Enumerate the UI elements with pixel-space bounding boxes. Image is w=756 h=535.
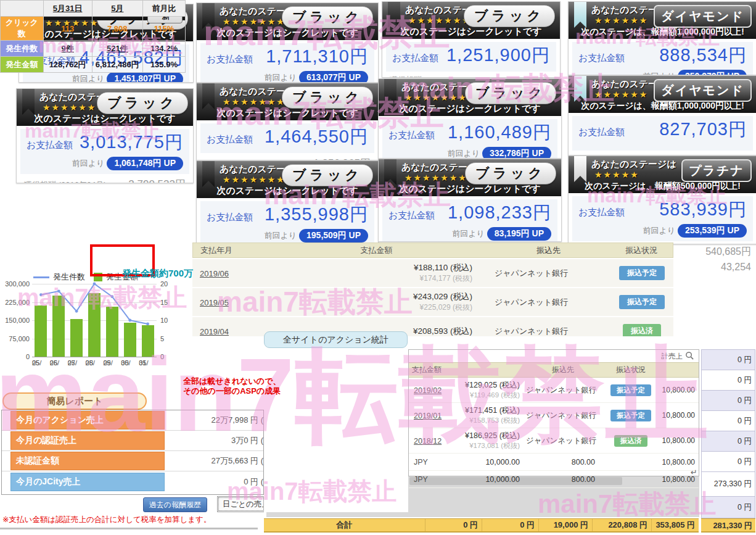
- up-badge: 1,061,748円 UP: [107, 157, 183, 170]
- amount-day: 128,762円: [43, 57, 92, 73]
- pay-label: お支払金額: [578, 207, 625, 222]
- ribbon-icon: [22, 89, 35, 115]
- column-day-link[interactable]: 5月31日: [53, 4, 83, 13]
- stage-card-4: あなたのステージは ★★★★★★ ダイヤモンド 次のステージは、報酬額1,000…: [568, 1, 756, 75]
- status-badge: 振込済: [614, 435, 648, 447]
- pay-amount: 1,711,310円: [266, 44, 368, 69]
- pay-amount: 1,251,900円: [446, 43, 550, 68]
- toolbar-label: 計売上: [662, 352, 683, 361]
- panel-edge: [266, 512, 408, 517]
- status-badge: 振込予定: [610, 384, 651, 396]
- legend-line-label: 発生件数: [53, 272, 85, 283]
- ribbon-icon: [574, 76, 586, 102]
- amount-cell: 0 円: [701, 452, 755, 472]
- totals-value: 0 円: [482, 519, 539, 531]
- bank-name: ジャパンネット銀行: [487, 297, 610, 308]
- prev-label: 前回より: [452, 229, 485, 238]
- totals-grand-value: 281,330 円: [701, 518, 755, 533]
- totals-value: 0 円: [425, 519, 482, 531]
- month-link[interactable]: 2019/01: [414, 412, 442, 420]
- clicks-month: 7,808: [92, 17, 142, 41]
- amount-cell: 0 円: [701, 411, 755, 431]
- pay-label: お支払金額: [207, 212, 253, 227]
- prev-label: 前回より: [643, 226, 675, 235]
- earned-label: 獲得報酬 (2016年04月): [24, 180, 107, 183]
- up-badge: 1,451,807円 UP: [107, 72, 183, 83]
- row-total: 10,800.00: [655, 386, 699, 394]
- report-row: 今月の認証売上 3万0 円 (: [2, 431, 263, 451]
- report-row: 今月のアクション売上 22万7,998 円 (: [2, 410, 263, 431]
- pay-label: お支払金額: [388, 210, 435, 225]
- prev-label: 前回より: [447, 149, 480, 158]
- stage-card-6: あなたのステージは ★★★★★★★ ブラック 次のステージはシークレットです お…: [196, 83, 379, 160]
- row-label: 今月のJCity売上: [10, 473, 165, 491]
- clicks-ratio: 115%: [142, 17, 185, 41]
- stage-card-2: あなたのステージは ★★★★★★★ ブラック 次のステージはシークレットです お…: [196, 2, 379, 83]
- star-icons: ★★★★★★★: [43, 102, 105, 112]
- up-badge: 253,539円 UP: [678, 224, 747, 238]
- stage-badge: ブラック: [282, 164, 373, 186]
- stage-text: あなたのステージは: [591, 159, 676, 170]
- row-total: 10,800.00: [649, 458, 699, 467]
- pay-amount: 1,355,998円: [265, 202, 368, 227]
- row-label: 未認証金額: [10, 452, 165, 470]
- amount-cell: 0 円: [701, 497, 755, 518]
- star-icons: ★★★★★★★: [223, 17, 286, 27]
- month-link[interactable]: 2019/02: [414, 386, 442, 395]
- pay-amount: 3,013,775円: [80, 130, 183, 155]
- currency-row: JPY 10,000.00 800.00 10,800.00: [409, 454, 699, 471]
- stage-badge: ブラック: [465, 162, 556, 185]
- totals-value: 19,000 円: [539, 519, 593, 531]
- header-status: 振込状況: [606, 365, 655, 375]
- stage-badge: プラチナ: [681, 159, 752, 182]
- search-icon[interactable]: [685, 351, 694, 360]
- table-header-row: 支払年月 支払金額 振込先 振込状況: [192, 243, 673, 258]
- chart-annotation: 発生金額約700万: [122, 268, 193, 280]
- up-badge: 195,509円 UP: [299, 229, 368, 243]
- actions-ratio: 134.2%: [142, 41, 185, 57]
- month-link[interactable]: 2019/06: [200, 269, 229, 278]
- up-badge: 332,786円 UP: [482, 147, 551, 159]
- actions-month-link[interactable]: 521件: [107, 44, 128, 53]
- pay-label: お支払金額: [27, 139, 73, 155]
- header-amount: 支払金額: [266, 245, 487, 256]
- up-badge: 613,077円 UP: [299, 71, 368, 83]
- status-badge: 振込済: [623, 324, 661, 336]
- pay-amount: 888,534円: [659, 43, 747, 68]
- pay-amount: 1,464,550円: [265, 125, 368, 149]
- table-row: 2019/05 ¥243,029 (税込)¥225,029 (税抜) ジャパンネ…: [192, 288, 673, 316]
- past-rewards-button[interactable]: 過去の報酬履歴: [143, 497, 207, 512]
- month-link[interactable]: 2018/12: [414, 437, 442, 446]
- return-icon[interactable]: ↵: [691, 468, 697, 477]
- divider: [0, 528, 258, 529]
- currency-row: JPY 10,000.00 800.00 10,800.00: [409, 471, 699, 488]
- month-link[interactable]: 2019/05: [200, 298, 229, 307]
- totals-label: 合計: [264, 519, 425, 531]
- next-stage-text: 次のステージは、報酬額1,000,000円以上!: [569, 101, 756, 112]
- ribbon-icon: [574, 2, 586, 28]
- fee: 800.00: [520, 475, 600, 484]
- status-badge: 振込予定: [619, 266, 665, 280]
- row-total: 10,800.00: [655, 436, 699, 445]
- column-month-link[interactable]: 5月: [111, 4, 123, 13]
- star-icons: ★★★★★★★: [223, 175, 286, 185]
- prev-label: 前回より: [72, 159, 105, 168]
- totals-row: 合計 0 円 0 円 19,000 円 220,808 円 353,805 円: [264, 518, 699, 533]
- currency: JPY: [409, 458, 446, 467]
- earned-label: 獲得報酬: [390, 75, 422, 78]
- all-sites-action-stats-button[interactable]: 全サイトのアクション統計: [264, 331, 408, 348]
- month-link[interactable]: 2019/04: [200, 327, 229, 336]
- daily-sales-button[interactable]: 日ごとの売上: [217, 496, 265, 512]
- chart-plot: [32, 284, 157, 357]
- actions-day-link[interactable]: 9件: [62, 44, 74, 53]
- row-label: 今月のアクション売上: [10, 411, 165, 429]
- stage-card-8: あなたのステージは ★★★★★★ ダイヤモンド 次のステージは、報酬額1,000…: [568, 75, 756, 156]
- simple-report-panel: 今月のアクション売上 22万7,998 円 ( 今月の認証売上 3万0 円 ( …: [1, 410, 264, 495]
- stage-badge: ブラック: [282, 6, 373, 28]
- amount: 10,000.00: [446, 475, 520, 484]
- stage-card-7: あなたのステージは ★★★★★★★ ブラック 次のステージはシークレットです お…: [378, 78, 562, 159]
- pay-label: お支払金額: [578, 126, 625, 142]
- next-stage-text: 次のステージは、報酬額500,000円以上!: [569, 181, 756, 192]
- stage-badge: ダイヤモンド: [654, 5, 752, 28]
- next-stage-text: 次のステージはシークレットです: [197, 185, 378, 197]
